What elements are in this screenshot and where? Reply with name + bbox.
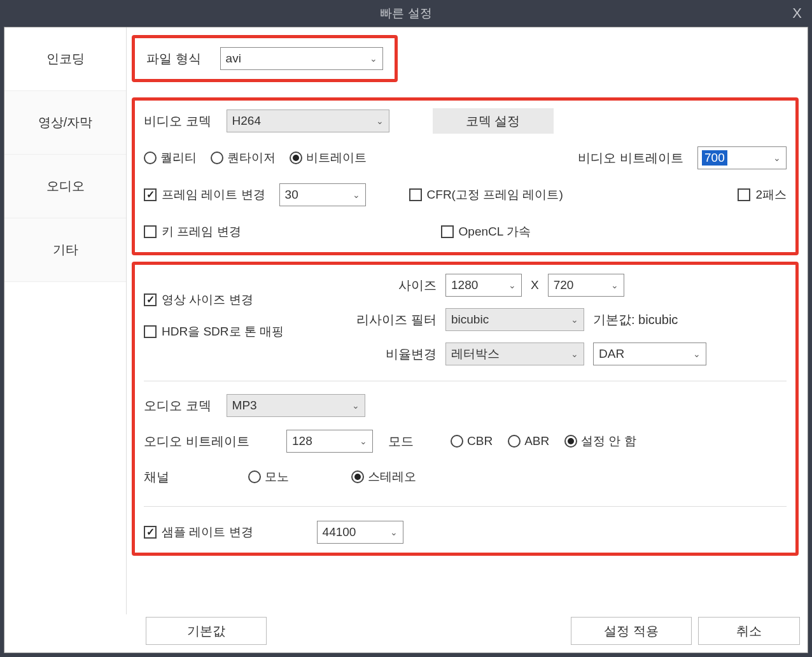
video-codec-select[interactable]: H264 ⌄: [227, 110, 389, 132]
radio-quantizer[interactable]: 퀀타이저: [211, 150, 276, 166]
checkbox-hdr-sdr[interactable]: HDR을 SDR로 톤 매핑: [144, 323, 284, 340]
tab-video-subtitle[interactable]: 영상/자막: [4, 91, 126, 155]
width-select[interactable]: 1280 ⌄: [445, 274, 522, 297]
video-codec-value: H264: [232, 114, 261, 128]
ratio-select[interactable]: 레터박스 ⌄: [445, 343, 584, 365]
radio-quality[interactable]: 퀄리티: [144, 150, 197, 166]
video-bitrate-input[interactable]: 700 ⌄: [697, 146, 787, 169]
radio-mono[interactable]: 모노: [248, 469, 289, 485]
ratio-label: 비율변경: [347, 346, 437, 363]
file-format-label: 파일 형식: [146, 50, 201, 67]
chevron-down-icon: ⌄: [376, 116, 384, 126]
chevron-down-icon: ⌄: [571, 314, 578, 325]
checkbox-icon: [441, 225, 454, 238]
radio-icon: [508, 435, 521, 448]
radio-stereo[interactable]: 스테레오: [351, 469, 416, 485]
checkbox-icon: [144, 526, 157, 539]
audio-codec-label: 오디오 코덱: [144, 397, 211, 414]
checkbox-icon: [144, 325, 157, 338]
checkbox-sample-rate[interactable]: 샘플 레이트 변경: [144, 524, 253, 540]
tab-audio[interactable]: 오디오: [4, 155, 126, 218]
chevron-down-icon: ⌄: [508, 280, 516, 290]
chevron-down-icon: ⌄: [571, 349, 578, 359]
radio-icon: [351, 470, 364, 483]
window-body: 인코딩 영상/자막 오디오 기타 파일 형식 avi ⌄ 비디오 코덱 H264: [4, 27, 808, 653]
checkbox-icon: [738, 188, 750, 201]
radio-none[interactable]: 설정 안 함: [564, 433, 636, 449]
checkbox-change-framerate[interactable]: 프레임 레이트 변경: [144, 187, 265, 203]
size-audio-box: 영상 사이즈 변경 HDR을 SDR로 톤 매핑 사이즈 1280 ⌄: [132, 262, 799, 556]
radio-icon: [564, 435, 577, 448]
checkbox-icon: [144, 188, 157, 201]
chevron-down-icon: ⌄: [611, 280, 619, 290]
apply-button[interactable]: 설정 적용: [571, 617, 692, 645]
mode-label: 모드: [388, 433, 414, 450]
resize-filter-select[interactable]: bicubic ⌄: [445, 308, 584, 331]
framerate-select[interactable]: 30 ⌄: [279, 183, 366, 206]
sample-rate-select[interactable]: 44100 ⌄: [317, 521, 403, 544]
height-select[interactable]: 720 ⌄: [548, 274, 624, 297]
content-area: 파일 형식 avi ⌄ 비디오 코덱 H264 ⌄ 코덱 설정: [127, 27, 808, 614]
video-bitrate-label: 비디오 비트레이트: [578, 150, 683, 167]
audio-bitrate-label: 오디오 비트레이트: [144, 433, 271, 450]
resize-filter-label: 리사이즈 필터: [347, 311, 437, 328]
radio-icon: [451, 435, 463, 448]
cancel-button[interactable]: 취소: [698, 617, 800, 645]
chevron-down-icon: ⌄: [390, 527, 398, 537]
checkbox-icon: [144, 225, 157, 238]
radio-icon: [211, 152, 223, 164]
file-format-box: 파일 형식 avi ⌄: [132, 35, 398, 82]
radio-abr[interactable]: ABR: [508, 434, 549, 448]
default-button[interactable]: 기본값: [146, 617, 267, 645]
chevron-down-icon: ⌄: [693, 349, 701, 359]
audio-bitrate-select[interactable]: 128 ⌄: [286, 430, 373, 453]
audio-codec-select[interactable]: MP3 ⌄: [227, 394, 365, 417]
dar-select[interactable]: DAR ⌄: [593, 343, 706, 365]
channel-label: 채널: [144, 469, 233, 486]
resize-filter-default: 기본값: bicubic: [593, 311, 678, 328]
chevron-down-icon: ⌄: [360, 436, 367, 446]
chevron-down-icon: ⌄: [370, 53, 377, 64]
tab-etc[interactable]: 기타: [4, 218, 126, 282]
close-icon[interactable]: X: [792, 5, 802, 22]
video-codec-label: 비디오 코덱: [144, 113, 211, 130]
checkbox-2pass[interactable]: 2패스: [738, 187, 787, 203]
window-title: 빠른 설정: [380, 5, 431, 22]
title-bar: 빠른 설정 X: [0, 0, 812, 27]
video-bitrate-value: 700: [702, 150, 727, 166]
checkbox-change-keyframe[interactable]: 키 프레임 변경: [144, 223, 241, 240]
x-separator: X: [531, 278, 539, 292]
checkbox-opencl[interactable]: OpenCL 가속: [441, 223, 531, 240]
checkbox-cfr[interactable]: CFR(고정 프레임 레이트): [409, 187, 563, 203]
codec-settings-button[interactable]: 코덱 설정: [433, 108, 554, 134]
chevron-down-icon: ⌄: [773, 153, 781, 163]
main-area: 인코딩 영상/자막 오디오 기타 파일 형식 avi ⌄ 비디오 코덱 H264: [4, 27, 808, 614]
radio-icon: [248, 470, 261, 483]
file-format-select[interactable]: avi ⌄: [220, 47, 383, 70]
size-label: 사이즈: [347, 277, 437, 294]
checkbox-icon: [409, 188, 422, 201]
checkbox-icon: [144, 293, 157, 306]
chevron-down-icon: ⌄: [353, 190, 360, 200]
tab-encoding[interactable]: 인코딩: [4, 27, 126, 91]
sidebar: 인코딩 영상/자막 오디오 기타: [4, 27, 127, 614]
radio-cbr[interactable]: CBR: [451, 434, 493, 448]
video-settings-box: 비디오 코덱 H264 ⌄ 코덱 설정 퀄리티: [132, 97, 799, 255]
checkbox-change-size[interactable]: 영상 사이즈 변경: [144, 292, 253, 308]
bottom-bar: 기본값 설정 적용 취소: [4, 614, 808, 653]
radio-bitrate[interactable]: 비트레이트: [290, 150, 367, 166]
chevron-down-icon: ⌄: [352, 400, 360, 411]
radio-icon: [144, 152, 157, 164]
file-format-value: avi: [226, 52, 241, 66]
radio-icon: [290, 152, 302, 164]
